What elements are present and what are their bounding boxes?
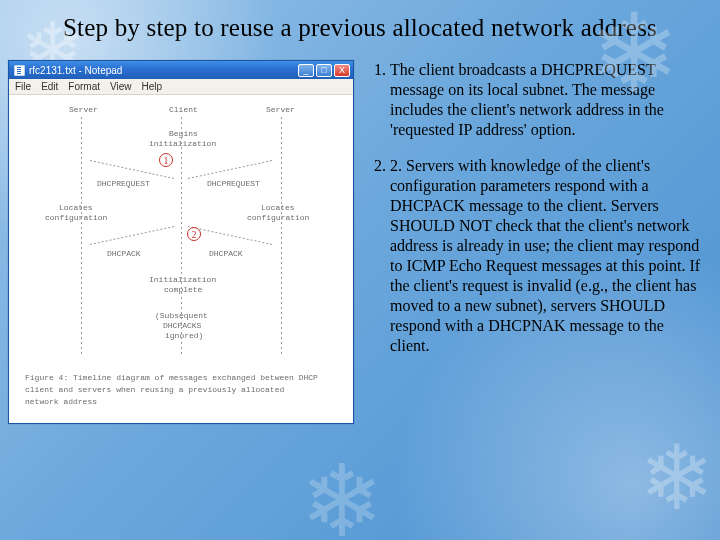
notepad-window: rfc2131.txt - Notepad _ □ X File Edit Fo…	[8, 60, 354, 424]
label-locates-left-b: configuration	[45, 213, 107, 222]
label-init-complete-b: complete	[164, 285, 202, 294]
label-initialization: initialization	[149, 139, 216, 148]
steps-list: The client broadcasts a DHCPREQUEST mess…	[368, 60, 702, 356]
close-icon: X	[339, 66, 345, 75]
label-dhcpack-right: DHCPACK	[209, 249, 243, 258]
line-ack-left	[90, 226, 174, 245]
minimize-button[interactable]: _	[298, 64, 314, 77]
right-column: The client broadcasts a DHCPREQUEST mess…	[354, 60, 702, 424]
left-column: rfc2131.txt - Notepad _ □ X File Edit Fo…	[8, 60, 354, 424]
label-subseq-c: ignored)	[165, 331, 203, 340]
marker-1-label: 1	[164, 155, 169, 166]
step-1: The client broadcasts a DHCPREQUEST mess…	[390, 60, 702, 140]
notepad-icon	[14, 65, 25, 76]
window-title: rfc2131.txt - Notepad	[29, 65, 298, 76]
marker-2: 2	[187, 227, 201, 241]
step-2: 2. Servers with knowledge of the client'…	[390, 156, 702, 356]
maximize-button[interactable]: □	[316, 64, 332, 77]
label-client: Client	[169, 105, 198, 114]
label-server-right: Server	[266, 105, 295, 114]
close-button[interactable]: X	[334, 64, 350, 77]
marker-1: 1	[159, 153, 173, 167]
menu-bar: File Edit Format View Help	[9, 79, 353, 95]
label-init-complete-a: Initialization	[149, 275, 216, 284]
lifeline-server-right	[281, 117, 282, 355]
snowflake-decor: ❄	[639, 425, 714, 530]
label-begins: Begins	[169, 129, 198, 138]
label-dhcprequest-right: DHCPREQUEST	[207, 179, 260, 188]
menu-view[interactable]: View	[110, 81, 132, 92]
slide-title: Step by step to reuse a previous allocat…	[0, 0, 720, 48]
minimize-icon: _	[303, 66, 308, 75]
caption-line-c: network address	[25, 397, 97, 406]
label-subseq-b: DHCPACKS	[163, 321, 201, 330]
lifeline-server-left	[81, 117, 82, 355]
menu-edit[interactable]: Edit	[41, 81, 58, 92]
label-locates-right-a: Locates	[261, 203, 295, 212]
label-dhcpack-left: DHCPACK	[107, 249, 141, 258]
window-titlebar[interactable]: rfc2131.txt - Notepad _ □ X	[9, 61, 353, 79]
label-server-left: Server	[69, 105, 98, 114]
marker-2-label: 2	[192, 229, 197, 240]
snowflake-decor: ❄	[300, 443, 384, 540]
caption-line-b: client and servers when reusing a previo…	[25, 385, 284, 394]
menu-help[interactable]: Help	[142, 81, 163, 92]
menu-format[interactable]: Format	[68, 81, 100, 92]
label-dhcprequest-left: DHCPREQUEST	[97, 179, 150, 188]
label-locates-left-a: Locates	[59, 203, 93, 212]
label-locates-right-b: configuration	[247, 213, 309, 222]
diagram-canvas: Server Client Server Begins initializati…	[9, 95, 353, 423]
caption-line-a: Figure 4: Timeline diagram of messages e…	[25, 373, 318, 382]
menu-file[interactable]: File	[15, 81, 31, 92]
lifeline-client	[181, 117, 182, 355]
content-row: rfc2131.txt - Notepad _ □ X File Edit Fo…	[0, 48, 720, 424]
line-req-right	[188, 160, 272, 179]
window-buttons: _ □ X	[298, 64, 350, 77]
maximize-icon: □	[321, 66, 326, 75]
